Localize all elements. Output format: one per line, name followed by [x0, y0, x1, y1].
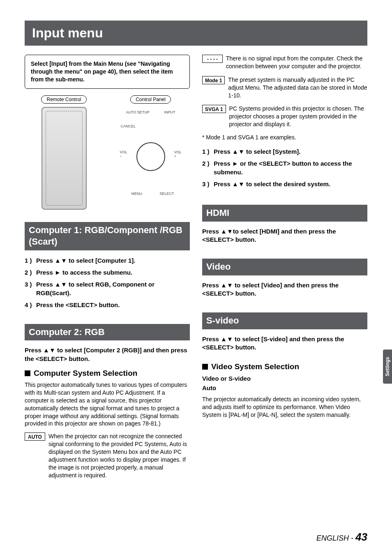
- section-video: Video: [202, 259, 367, 275]
- section-hdmi: HDMI: [202, 205, 367, 222]
- svga1-desc: PC Systems provided in this projector is…: [229, 105, 367, 128]
- subhead-text: Video System Selection: [211, 362, 299, 371]
- video-instruction: Press ▲▼ to select [Video] and then pres…: [202, 281, 367, 298]
- panel-volminus-label: VOL −: [120, 150, 127, 158]
- section-computer1: Computer 1: RGB/Component /RGB (Scart): [25, 222, 190, 250]
- svga1-badge: SVGA 1: [202, 105, 226, 113]
- panel-menu-label: MENU: [131, 192, 143, 196]
- auto-badge: AUTO: [25, 432, 45, 441]
- step-text: Press ▲▼ to select [System].: [214, 147, 300, 156]
- step-text: Press ► to access the submenu.: [36, 268, 132, 277]
- subhead-computer-system: Computer System Selection: [25, 369, 190, 378]
- auto-row: AUTO When the projector can not recogniz…: [25, 432, 190, 479]
- side-tab-settings: Settings: [383, 349, 392, 384]
- mode1-badge: Mode 1: [202, 76, 225, 84]
- remote-control-image: [42, 107, 87, 210]
- step-text: Press ▲▼ to select [Computer 1].: [36, 256, 135, 265]
- mode-footnote: * Mode 1 and SVGA 1 are examples.: [202, 134, 367, 141]
- left-column: Select [Input] from the Main Menu (see "…: [25, 55, 190, 485]
- computer-system-body: This projector automatically tunes to va…: [25, 381, 190, 428]
- square-bullet-icon: [202, 364, 208, 370]
- subhead-video-system: Video System Selection: [202, 362, 367, 371]
- footer-page-number: 43: [355, 531, 367, 543]
- panel-select-label: SELECT: [159, 192, 174, 196]
- hdmi-instruction: Press ▲▼to select [HDMI] and then press …: [202, 227, 367, 244]
- vs-heading2: Auto: [202, 384, 367, 392]
- page-title: Input menu: [25, 21, 367, 46]
- mode1-row: Mode 1 The preset system is manually adj…: [202, 76, 367, 99]
- step-text: Press the <SELECT> button.: [36, 301, 120, 309]
- square-bullet-icon: [25, 370, 30, 376]
- panel-input-label: INPUT: [164, 110, 175, 114]
- dashes-desc: There is no signal input from the comput…: [226, 55, 367, 70]
- vs-body: The projector automatically detects an i…: [202, 395, 367, 419]
- page-footer: ENGLISH - 43: [316, 531, 367, 543]
- panel-cancel-label: CANCEL: [121, 124, 136, 128]
- control-panel-image: AUTO SETUP INPUT CANCEL VOL − VOL + MENU…: [120, 107, 182, 197]
- vs-heading1: Video or S-video: [202, 375, 367, 383]
- system-steps: 1 )Press ▲▼ to select [System]. 2 )Press…: [202, 147, 367, 188]
- svga1-row: SVGA 1 PC Systems provided in this proje…: [202, 105, 367, 128]
- section-computer2: Computer 2: RGB: [25, 324, 190, 341]
- diagram-row: Remote Control Control Panel AUTO SETUP …: [25, 95, 190, 210]
- dashes-row: - - - - There is no signal input from th…: [202, 55, 367, 70]
- panel-autosetup-label: AUTO SETUP: [126, 110, 150, 114]
- footer-lang: ENGLISH -: [316, 534, 355, 542]
- step-text: Press ► or the <SELECT> button to access…: [214, 159, 367, 176]
- computer2-instruction: Press ▲▼ to select [Computer 2 (RGB)] an…: [25, 346, 190, 363]
- auto-desc: When the projector can not recognize the…: [48, 432, 190, 479]
- subhead-text: Computer System Selection: [34, 369, 137, 378]
- control-panel-label: Control Panel: [130, 95, 171, 104]
- right-column: - - - - There is no signal input from th…: [202, 55, 367, 485]
- mode1-desc: The preset system is manually adjusted i…: [228, 76, 367, 99]
- section-svideo: S-video: [202, 312, 367, 329]
- panel-dpad-icon: [136, 142, 165, 171]
- svideo-instruction: Press ▲▼ to select [S-video] and then pr…: [202, 335, 367, 352]
- panel-volplus-label: VOL +: [174, 150, 181, 158]
- computer1-steps: 1 )Press ▲▼ to select [Computer 1]. 2 )P…: [25, 256, 190, 309]
- step-text: Press ▲▼ to select RGB, Component or RGB…: [36, 280, 190, 297]
- step-text: Press ▲▼ to select the desired system.: [214, 180, 330, 188]
- intro-box: Select [Input] from the Main Menu (see "…: [25, 55, 190, 89]
- dashes-badge: - - - -: [202, 55, 223, 63]
- remote-label: Remote Control: [41, 95, 86, 104]
